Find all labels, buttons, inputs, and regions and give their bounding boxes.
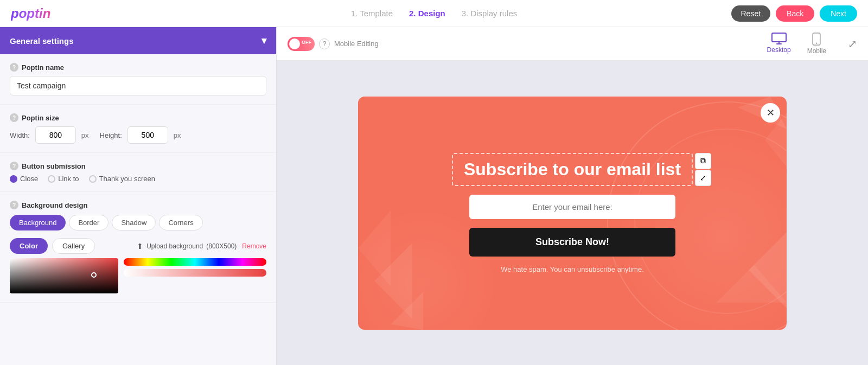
- desktop-label: Desktop: [767, 46, 791, 54]
- poptin-name-input[interactable]: [10, 76, 266, 95]
- radio-thank-you[interactable]: Thank you screen: [89, 175, 155, 183]
- preview-content: ? Mobile Editing Desktop: [277, 27, 868, 365]
- remove-link[interactable]: Remove: [242, 242, 266, 250]
- step-template[interactable]: 1. Template: [351, 9, 393, 18]
- svg-marker-8: [716, 265, 787, 303]
- general-settings-header[interactable]: General settings ▾: [0, 27, 276, 54]
- next-button[interactable]: Next: [820, 5, 857, 22]
- poptin-size-label: Poptin size: [22, 114, 59, 122]
- help-icon-submission[interactable]: ?: [10, 162, 18, 170]
- radio-link-to[interactable]: Link to: [48, 175, 79, 183]
- poptin-name-label: Poptin name: [22, 63, 64, 72]
- gallery-button[interactable]: Gallery: [52, 238, 95, 254]
- popup-spam-notice: We hate spam. You can unsubscribe anytim…: [501, 265, 644, 273]
- desktop-button[interactable]: Desktop: [767, 33, 791, 55]
- radio-close-label: Close: [20, 175, 38, 183]
- width-label: Width:: [10, 131, 30, 139]
- alpha-slider[interactable]: [124, 269, 266, 277]
- radio-close-dot: [10, 175, 17, 183]
- poptin-name-group: ? Poptin name: [0, 54, 276, 105]
- top-actions: Reset Back Next: [731, 5, 858, 22]
- svg-point-4: [816, 42, 818, 44]
- steps-nav: 1. Template 2. Design 3. Display rules: [351, 9, 518, 18]
- device-icons: Desktop Mobile: [767, 33, 826, 55]
- popup-title-container[interactable]: Subscribe to our email list ⧉ ⤢: [452, 153, 693, 186]
- help-icon-bg[interactable]: ?: [10, 201, 18, 209]
- mobile-icon: [812, 33, 821, 46]
- copy-element-button[interactable]: ⧉: [695, 153, 711, 169]
- mobile-label: Mobile: [807, 47, 826, 55]
- expand-button[interactable]: ⤢: [848, 37, 857, 50]
- gradient-dot: [91, 272, 97, 278]
- radio-close[interactable]: Close: [10, 175, 38, 183]
- app-logo: poptin: [11, 6, 50, 21]
- height-input[interactable]: [127, 126, 168, 144]
- color-sliders: [124, 258, 266, 293]
- button-submission-group: ? Button submission Close Link to Thank …: [0, 153, 276, 192]
- svg-marker-13: [391, 292, 423, 330]
- help-circle-icon[interactable]: ?: [319, 39, 330, 49]
- step-design[interactable]: 2. Design: [409, 9, 445, 18]
- radio-thankyou-dot: [89, 175, 97, 183]
- bg-tab-border[interactable]: Border: [69, 215, 108, 230]
- preview-area: ✕ Subscribe to our email list ⧉ ⤢ Subscr…: [277, 61, 868, 365]
- upload-row[interactable]: ⬆ Upload background (800X500) Remove: [137, 238, 266, 254]
- toggle-wrap: ? Mobile Editing: [288, 37, 379, 51]
- width-input[interactable]: [35, 126, 76, 144]
- width-unit: px: [81, 131, 89, 139]
- help-icon-name[interactable]: ?: [10, 63, 18, 72]
- preview-toolbar: ? Mobile Editing Desktop: [277, 27, 868, 61]
- section-title: General settings: [10, 36, 74, 46]
- desktop-icon: [771, 33, 787, 44]
- color-gradient-picker[interactable]: [10, 258, 118, 293]
- help-icon-size[interactable]: ?: [10, 113, 18, 122]
- upload-size: (800X500): [206, 242, 237, 250]
- height-label: Height:: [100, 131, 122, 139]
- mobile-editing-label: Mobile Editing: [334, 40, 379, 48]
- bg-design-label: Background design: [22, 201, 87, 209]
- sidebar: General settings ▾ ? Poptin name ? Popti…: [0, 27, 277, 365]
- chevron-down-icon[interactable]: ▾: [261, 35, 266, 47]
- svg-marker-9: [374, 243, 412, 319]
- bg-tab-shadow[interactable]: Shadow: [112, 215, 156, 230]
- reset-button[interactable]: Reset: [731, 5, 771, 22]
- popup-email-input[interactable]: [469, 195, 675, 219]
- button-submission-label: Button submission: [22, 162, 86, 170]
- popup-preview: ✕ Subscribe to our email list ⧉ ⤢ Subscr…: [358, 97, 787, 330]
- popup-submit-button[interactable]: Subscribe Now!: [469, 228, 675, 257]
- radio-link-label: Link to: [58, 175, 79, 183]
- back-button[interactable]: Back: [776, 5, 814, 22]
- svg-marker-10: [358, 210, 391, 286]
- bg-tab-corners[interactable]: Corners: [159, 215, 202, 230]
- color-button[interactable]: Color: [10, 238, 48, 254]
- poptin-size-group: ? Poptin size Width: px Height: px: [0, 105, 276, 153]
- background-design-group: ? Background design Background Border Sh…: [0, 192, 276, 303]
- upload-label: Upload background: [146, 242, 203, 250]
- height-unit: px: [174, 131, 181, 139]
- popup-title: Subscribe to our email list: [464, 159, 681, 180]
- close-popup-button[interactable]: ✕: [761, 103, 780, 123]
- svg-rect-0: [772, 33, 786, 42]
- top-bar: poptin 1. Template 2. Design 3. Display …: [0, 0, 868, 27]
- mobile-button[interactable]: Mobile: [807, 33, 826, 55]
- mobile-editing-toggle[interactable]: [288, 37, 315, 51]
- rainbow-slider[interactable]: [124, 258, 266, 266]
- resize-element-button[interactable]: ⤢: [695, 170, 711, 186]
- main-layout: General settings ▾ ? Poptin name ? Popti…: [0, 27, 868, 365]
- svg-marker-7: [749, 232, 787, 308]
- radio-thankyou-label: Thank you screen: [99, 175, 155, 183]
- radio-link-dot: [48, 175, 55, 183]
- bg-tab-background[interactable]: Background: [10, 215, 66, 230]
- upload-icon: ⬆: [137, 242, 143, 251]
- step-display-rules[interactable]: 3. Display rules: [462, 9, 518, 18]
